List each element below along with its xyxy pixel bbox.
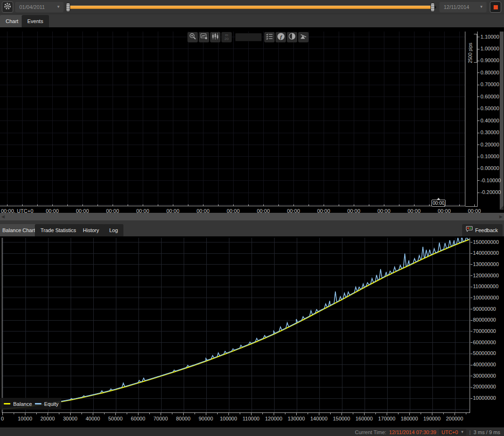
chart-settings-button[interactable]	[199, 32, 209, 42]
time-axis-tick	[354, 204, 354, 206]
time-axis-tick	[7, 204, 8, 206]
price-y-axis-label: 0.20000	[480, 142, 499, 147]
balance-y-tick	[471, 387, 472, 388]
time-axis-tick	[474, 204, 475, 206]
price-y-axis-label: 0.40000	[480, 118, 499, 123]
time-axis-tick	[444, 204, 445, 206]
balance-x-tick	[161, 413, 161, 415]
balance-y-axis-label: 100000000	[473, 295, 499, 300]
tab-trade-statistics[interactable]: Trade Statistics	[35, 224, 81, 236]
balance-y-axis-label: 50000000	[473, 350, 496, 356]
balance-equity-curves	[2, 238, 470, 413]
price-y-tick	[478, 49, 480, 49]
functions-button[interactable]: f	[276, 32, 286, 42]
balance-x-axis-label: 120000	[265, 416, 283, 421]
balance-x-tick	[364, 413, 365, 415]
time-axis-tick	[248, 204, 249, 206]
time-axis-tick	[369, 204, 369, 206]
balance-y-tick	[471, 342, 472, 343]
feedback-bubble-icon	[466, 224, 473, 236]
scroll-left-icon[interactable]: ◀	[1, 214, 5, 219]
balance-x-tick	[59, 413, 59, 414]
timezone-selector[interactable]: UTC+0 ▼	[439, 429, 466, 436]
balance-y-tick	[471, 242, 472, 242]
stop-button[interactable]	[490, 1, 501, 13]
balance-x-tick	[206, 413, 206, 415]
balance-y-tick	[471, 298, 472, 298]
period-label: m20	[225, 33, 229, 41]
price-y-tick	[478, 145, 480, 145]
time-axis-tick	[128, 204, 128, 206]
drawings-button[interactable]	[298, 32, 309, 42]
balance-x-tick	[240, 413, 240, 414]
price-y-axis-label: -0.10000	[480, 178, 501, 183]
tab-log[interactable]: Log	[104, 224, 123, 236]
balance-x-axis-label: 110000	[243, 416, 260, 421]
slider-progress-fill	[70, 6, 431, 9]
instrument-input[interactable]	[235, 33, 262, 41]
equity-legend-label: Equity	[44, 401, 59, 407]
time-axis-tick	[384, 204, 384, 206]
slider-handle-right[interactable]	[431, 3, 435, 12]
end-date-picker[interactable]: 12/11/2014 ▼	[439, 2, 487, 12]
balance-x-axis-label: 150000	[333, 416, 350, 421]
scrollbar-grip[interactable]	[500, 206, 504, 209]
balance-y-axis-label: 60000000	[473, 339, 496, 345]
balance-y-axis-label: 90000000	[473, 306, 496, 312]
balance-x-axis-label: 170000	[378, 416, 396, 421]
tab-chart[interactable]: Chart	[0, 15, 24, 27]
balance-x-axis-label: 20000	[41, 416, 55, 421]
time-axis-tick	[324, 204, 324, 206]
zoom-in-button[interactable]	[187, 32, 198, 42]
indicators-list-button[interactable]	[264, 32, 275, 42]
price-y-axis-label: 0.60000	[480, 94, 499, 99]
price-y-axis-label: 1.10000	[480, 34, 499, 40]
balance-x-tick	[36, 413, 37, 414]
timezone-value: UTC+0	[441, 429, 458, 435]
chart-toolbar: m20 f	[187, 32, 309, 42]
magnifier-plus-icon	[189, 32, 196, 42]
time-scrollbar[interactable]: ◀ ▶	[0, 213, 504, 220]
f-circle-icon: f	[277, 32, 285, 42]
balance-y-tick	[471, 253, 472, 254]
feedback-button[interactable]: Feedback	[462, 224, 503, 236]
date-range-slider[interactable]	[66, 2, 436, 12]
time-axis-tick	[293, 204, 294, 206]
pips-scale-bracket	[474, 34, 477, 63]
price-y-tick	[478, 169, 480, 169]
slider-handle-left[interactable]	[66, 3, 70, 12]
balance-x-tick	[25, 413, 25, 415]
balance-x-tick	[93, 413, 93, 415]
balance-x-axis-label: 90000	[199, 416, 213, 421]
time-axis-tick	[429, 204, 430, 206]
balance-x-tick	[330, 413, 331, 414]
balance-x-tick	[104, 413, 105, 414]
balance-x-axis-label: 0	[1, 416, 4, 421]
balance-x-tick	[455, 413, 455, 415]
balance-x-axis-label: 200000	[446, 416, 463, 421]
balance-x-tick	[2, 413, 3, 415]
price-y-axis-label: 0.70000	[480, 81, 499, 87]
price-y-tick	[478, 73, 480, 73]
chart-events-tabbar: Chart Events	[0, 14, 504, 27]
scroll-right-icon[interactable]: ▶	[499, 214, 503, 219]
balance-legend-swatch	[4, 403, 10, 404]
balance-x-tick	[70, 413, 71, 415]
tab-events[interactable]: Events	[22, 15, 49, 27]
candlestick-style-button[interactable]	[210, 32, 220, 42]
price-y-tick	[478, 133, 480, 133]
time-axis-tick	[37, 204, 38, 206]
start-date-picker[interactable]: 01/04/2011 ▼	[15, 2, 64, 12]
time-axis-tick	[414, 204, 415, 206]
balance-y-axis-label: 30000000	[473, 373, 496, 379]
balance-x-tick	[421, 413, 421, 414]
settings-button[interactable]	[2, 1, 13, 13]
balance-y-tick	[471, 331, 472, 331]
theme-button[interactable]	[287, 32, 297, 42]
balance-chart: Balance Equity 1500000001400000001300000…	[0, 236, 504, 428]
checklist-icon	[266, 32, 273, 42]
balance-y-axis-label: 120000000	[473, 273, 499, 278]
tab-history[interactable]: History	[77, 224, 105, 236]
time-axis-tick	[218, 204, 219, 206]
price-chart-plot-area[interactable]	[0, 32, 465, 206]
